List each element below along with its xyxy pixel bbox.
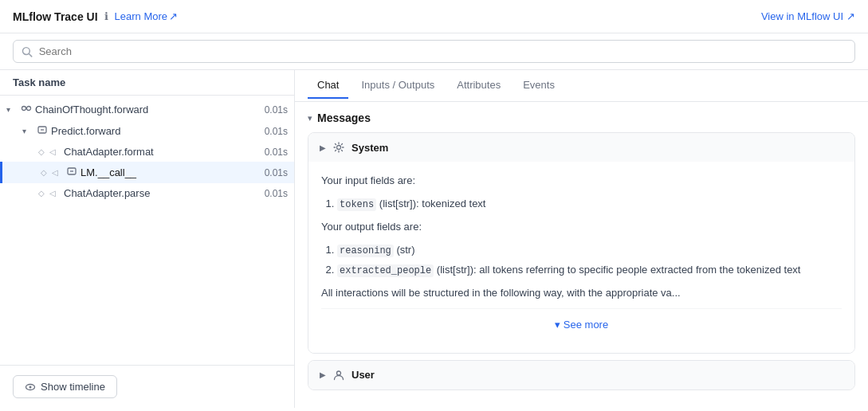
see-more-button[interactable]: ▾ See more bbox=[321, 308, 842, 342]
system-input-list: tokens (list[str]): tokenized text bbox=[337, 196, 842, 213]
learn-more-link[interactable]: Learn More ↗ bbox=[115, 10, 178, 22]
svg-line-1 bbox=[29, 53, 31, 56]
tree-item-lm-call[interactable]: ◇ ◁ LM.__call__ 0.01s bbox=[0, 162, 294, 183]
predict-label: Predict.forward bbox=[51, 125, 258, 137]
system-body-line2: Your output fields are: bbox=[321, 219, 842, 236]
system-card-body: Your input fields are: tokens (list[str]… bbox=[308, 162, 854, 353]
lm-icon bbox=[66, 166, 77, 179]
chatadapter-format-label: ChatAdapter.format bbox=[64, 146, 258, 158]
system-input-item-1: tokens (list[str]): tokenized text bbox=[337, 196, 842, 213]
view-in-mlflow-link[interactable]: View in MLflow UI ↗ bbox=[761, 10, 855, 22]
chain-icon bbox=[21, 103, 32, 116]
system-body-line3: All interactions will be structured in t… bbox=[321, 285, 842, 302]
messages-header[interactable]: ▾ Messages bbox=[308, 112, 855, 124]
user-card-title: User bbox=[352, 369, 375, 381]
timeline-btn-area: Show timeline bbox=[0, 365, 294, 408]
predict-time: 0.01s bbox=[265, 126, 288, 137]
tree-item-chatadapter-parse[interactable]: ◇ ◁ ChatAdapter.parse 0.01s bbox=[0, 183, 294, 203]
app-title: MLflow Trace UI bbox=[13, 10, 98, 23]
tab-attributes[interactable]: Attributes bbox=[447, 72, 510, 99]
tree-container: ▾ ChainOfThought.forward 0.01s ▾ bbox=[0, 96, 294, 365]
chevron-icon: ◇ bbox=[38, 147, 49, 156]
messages-title: Messages bbox=[317, 112, 371, 124]
svg-point-3 bbox=[27, 107, 31, 111]
tree-item-chainofthought[interactable]: ▾ ChainOfThought.forward 0.01s bbox=[0, 99, 294, 120]
svg-point-12 bbox=[337, 371, 341, 375]
lm-call-time: 0.01s bbox=[265, 167, 288, 178]
main-layout: Task name ▾ ChainOfThought.forward 0.01s… bbox=[0, 70, 868, 408]
user-icon bbox=[332, 369, 345, 382]
search-wrapper bbox=[13, 40, 855, 63]
chatadapter-format-time: 0.01s bbox=[265, 147, 288, 158]
lm-call-label: LM.__call__ bbox=[81, 166, 258, 178]
eye-icon bbox=[25, 382, 36, 393]
system-output-list: reasoning (str) extracted_people (list[s… bbox=[337, 242, 842, 279]
chatadapter-parse-time: 0.01s bbox=[265, 188, 288, 199]
search-bar bbox=[0, 33, 868, 70]
user-card-header[interactable]: ▶ User bbox=[308, 361, 854, 389]
svg-point-11 bbox=[337, 146, 341, 150]
chevron-icon-right: ◁ bbox=[49, 189, 61, 198]
predict-icon bbox=[37, 124, 48, 138]
chevron-icon-right: ◁ bbox=[52, 168, 63, 177]
see-more-chevron: ▾ bbox=[555, 317, 560, 334]
system-card-title: System bbox=[352, 142, 388, 154]
chevron-icon: ◇ bbox=[38, 189, 49, 198]
gear-icon bbox=[332, 141, 345, 154]
chevron-icon-right: ◁ bbox=[49, 147, 61, 156]
right-panel: Chat Inputs / Outputs Attributes Events … bbox=[295, 70, 868, 408]
messages-section: ▾ Messages ▶ System Your input fields bbox=[308, 112, 855, 390]
header-left: MLflow Trace UI ℹ Learn More ↗ bbox=[13, 10, 178, 23]
tree-item-predict[interactable]: ▾ Predict.forward 0.01s bbox=[0, 120, 294, 142]
chat-content: ▾ Messages ▶ System Your input fields bbox=[295, 102, 868, 408]
tree-item-chatadapter-format[interactable]: ◇ ◁ ChatAdapter.format 0.01s bbox=[0, 142, 294, 162]
chainofthought-time: 0.01s bbox=[265, 104, 288, 115]
chatadapter-parse-label: ChatAdapter.parse bbox=[64, 187, 258, 199]
search-input[interactable] bbox=[39, 45, 846, 57]
system-body-line1: Your input fields are: bbox=[321, 173, 842, 190]
tab-inputs-outputs[interactable]: Inputs / Outputs bbox=[352, 72, 444, 99]
chevron-icon: ◇ bbox=[41, 168, 52, 177]
tabs-bar: Chat Inputs / Outputs Attributes Events bbox=[295, 70, 868, 102]
svg-point-2 bbox=[22, 107, 26, 111]
header: MLflow Trace UI ℹ Learn More ↗ View in M… bbox=[0, 0, 868, 33]
tab-chat[interactable]: Chat bbox=[308, 72, 348, 99]
task-name-header: Task name bbox=[0, 70, 294, 96]
chevron-icon: ▾ bbox=[22, 127, 33, 135]
tab-events[interactable]: Events bbox=[513, 72, 564, 99]
search-icon bbox=[22, 46, 33, 57]
system-chevron-icon: ▶ bbox=[320, 143, 326, 152]
left-panel: Task name ▾ ChainOfThought.forward 0.01s… bbox=[0, 70, 295, 408]
info-icon[interactable]: ℹ bbox=[104, 10, 108, 22]
system-card-header[interactable]: ▶ System bbox=[308, 133, 854, 162]
show-timeline-button[interactable]: Show timeline bbox=[13, 375, 117, 398]
system-output-item-1: reasoning (str) bbox=[337, 242, 842, 259]
system-output-item-2: extracted_people (list[str]): all tokens… bbox=[337, 262, 842, 279]
user-message-card: ▶ User bbox=[308, 360, 855, 390]
chainofthought-label: ChainOfThought.forward bbox=[35, 104, 258, 115]
messages-collapse-icon: ▾ bbox=[308, 113, 312, 123]
system-message-card: ▶ System Your input fields are: tokens (… bbox=[308, 132, 855, 354]
chevron-icon: ▾ bbox=[6, 105, 18, 114]
svg-point-10 bbox=[29, 386, 32, 388]
user-chevron-icon: ▶ bbox=[320, 370, 326, 379]
